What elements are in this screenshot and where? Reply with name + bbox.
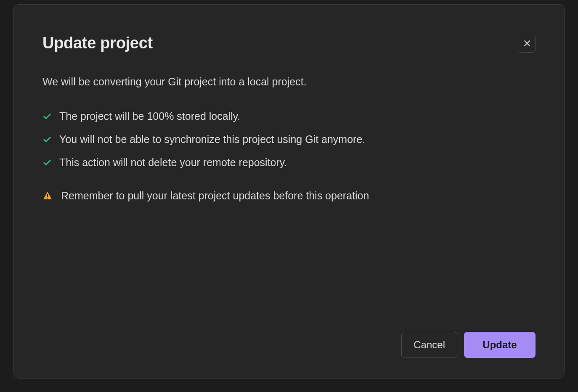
dialog-footer: Cancel Update	[42, 332, 536, 358]
warning-text: Remember to pull your latest project upd…	[61, 190, 369, 202]
svg-rect-3	[47, 198, 48, 199]
check-item: The project will be 100% stored locally.	[42, 110, 536, 122]
dialog-header: Update project	[42, 34, 536, 53]
checklist: The project will be 100% stored locally.…	[42, 110, 536, 169]
warning-icon	[42, 191, 53, 201]
dialog-description: We will be converting your Git project i…	[42, 74, 536, 89]
check-text: This action will not delete your remote …	[59, 156, 287, 169]
check-icon	[42, 112, 52, 121]
close-button[interactable]	[519, 36, 536, 53]
check-text: You will not be able to synchronize this…	[59, 133, 365, 146]
check-item: You will not be able to synchronize this…	[42, 133, 536, 146]
svg-rect-2	[47, 194, 48, 197]
check-item: This action will not delete your remote …	[42, 156, 536, 169]
check-text: The project will be 100% stored locally.	[59, 110, 240, 122]
update-button[interactable]: Update	[464, 332, 536, 358]
spacer	[42, 202, 536, 332]
check-icon	[42, 135, 52, 144]
close-icon	[523, 39, 531, 49]
dialog-title: Update project	[42, 34, 153, 52]
cancel-button[interactable]: Cancel	[401, 332, 457, 358]
check-icon	[42, 158, 52, 167]
update-project-dialog: Update project We will be converting you…	[13, 4, 565, 379]
warning-row: Remember to pull your latest project upd…	[42, 190, 536, 202]
